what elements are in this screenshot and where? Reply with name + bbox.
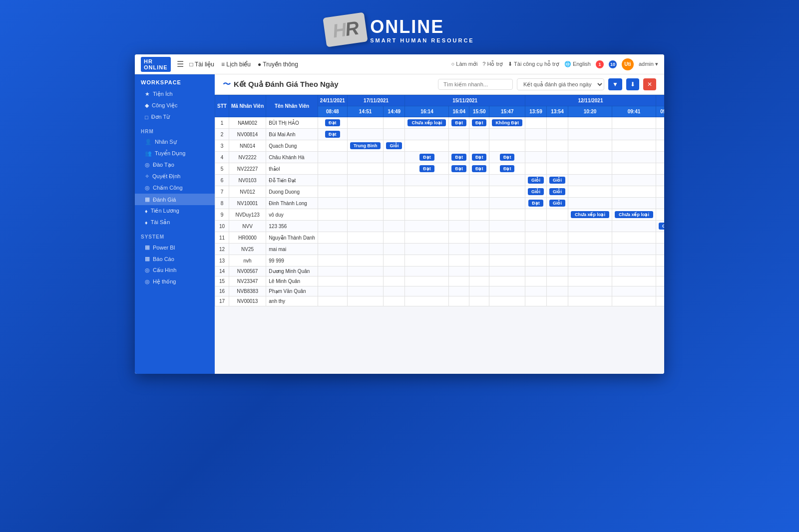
cell-value <box>568 276 612 286</box>
cell-value <box>546 286 568 296</box>
nhansu-icon: 👤 <box>145 139 152 145</box>
cell-value <box>405 286 449 296</box>
cell-value: Chưa xếp loại <box>568 209 612 221</box>
cell-value <box>568 198 612 209</box>
download-button[interactable]: ⬇ <box>626 78 639 90</box>
cell-value <box>568 163 612 175</box>
sidebar-item-donthu[interactable]: □ Đơn Từ <box>135 111 215 123</box>
table-row: 16NVB8383Phạm Văn Quân <box>215 286 665 296</box>
sidebar-item-powerbi[interactable]: ▦ Power BI <box>135 242 215 253</box>
daotao-icon: ◎ <box>145 162 150 168</box>
cell-ma: HR0000 <box>229 232 266 244</box>
table-row: 17NV00013anh thy <box>215 296 665 306</box>
cell-value <box>469 198 489 209</box>
nav-english[interactable]: 🌐 English <box>564 61 591 67</box>
sidebar-item-chamcong[interactable]: ◎ Chấm Công <box>135 182 215 194</box>
cell-value <box>546 221 568 232</box>
cell-value: Giỏi <box>546 186 568 198</box>
cell-stt: 5 <box>215 163 229 175</box>
sidebar-item-tienich[interactable]: ★ Tiện Ích <box>135 88 215 100</box>
status-badge: Đạt <box>451 154 466 161</box>
cell-value <box>489 232 525 244</box>
cell-value: Giỏi <box>546 175 568 186</box>
sidebar-item-label: Chấm Công <box>153 185 183 191</box>
cell-value: Giỏi <box>546 198 568 209</box>
top-nav-right: ○ Làm mới ? Hỗ trợ ⬇ Tài công cụ hỗ trợ … <box>451 58 658 70</box>
cell-value <box>656 232 664 244</box>
main-content: WORKSPACE ★ Tiện Ích ◆ Công Việc □ Đơn T… <box>135 74 664 374</box>
cell-stt: 2 <box>215 129 229 140</box>
sidebar-item-taisan[interactable]: ♦ Tài Sản <box>135 217 215 228</box>
cell-value <box>546 255 568 266</box>
sidebar-item-baocao[interactable]: ▦ Báo Cáo <box>135 253 215 265</box>
th-time-1451: 14:51 <box>347 106 384 117</box>
avatar[interactable]: Uti <box>622 58 634 70</box>
th-tennv: Tên Nhân Viên <box>266 95 318 117</box>
close-button[interactable]: ✕ <box>643 78 656 90</box>
cell-value <box>347 163 384 175</box>
nav-hotro[interactable]: ? Hỗ trợ <box>482 61 503 67</box>
cell-value <box>347 286 384 296</box>
sidebar-workspace-label: WORKSPACE <box>135 74 215 88</box>
sidebar-item-congviec[interactable]: ◆ Công Việc <box>135 100 215 111</box>
sidebar-item-tuyendung[interactable]: 👥 Tuyển Dụng <box>135 148 215 159</box>
cell-value <box>656 255 664 266</box>
cell-value: Đạt <box>489 163 525 175</box>
sidebar-item-quyetdinh[interactable]: ✧ Quyết Định <box>135 171 215 182</box>
sidebar-item-nhansu[interactable]: 👤 Nhân Sự <box>135 136 215 148</box>
hamburger-icon[interactable]: ☰ <box>177 59 184 69</box>
cell-value <box>489 286 525 296</box>
sidebar-item-label: Cấu Hình <box>153 267 176 273</box>
cell-value <box>489 140 525 152</box>
cell-value: Đạt <box>449 117 469 129</box>
content-panel: 〜 Kết Quả Đánh Giá Theo Ngày Kết quả đán… <box>215 74 664 374</box>
cell-ma: NAM002 <box>229 117 266 129</box>
cell-stt: 11 <box>215 232 229 244</box>
cell-value <box>405 255 449 266</box>
cell-value <box>489 209 525 221</box>
filter-select[interactable]: Kết quả đánh giá theo ngày <box>517 78 604 90</box>
cell-ten: Đỗ Tiến Đạt <box>266 175 318 186</box>
logo-hr: HR <box>323 12 368 47</box>
sidebar-item-tienluong[interactable]: ♦ Tiền Lương <box>135 205 215 217</box>
cell-value <box>489 175 525 186</box>
cell-value <box>405 129 449 140</box>
cell-value <box>489 296 525 306</box>
sidebar-item-danhgia[interactable]: ▦ Đánh Giá <box>135 194 215 205</box>
cell-ten: Nguyễn Thành Danh <box>266 232 318 244</box>
cell-value: Chưa xếp loại <box>612 209 656 221</box>
cell-value <box>656 276 664 286</box>
quyetdinh-icon: ✧ <box>145 173 149 180</box>
notification-badge[interactable]: 1 <box>596 60 604 68</box>
sidebar-item-daotao[interactable]: ◎ Đào Tạo <box>135 159 215 171</box>
cell-value <box>568 221 612 232</box>
cell-value <box>489 266 525 276</box>
message-badge[interactable]: 10 <box>609 60 617 68</box>
sidebar-item-cauhinh[interactable]: ◎ Cấu Hình <box>135 265 215 276</box>
nav-tailieau[interactable]: □ Tài liệu <box>190 61 214 68</box>
cell-value <box>384 296 405 306</box>
table-row: 12NV25mai maiĐạt <box>215 244 665 255</box>
filter-button[interactable]: ▼ <box>608 78 622 90</box>
cell-ma: NV25 <box>229 244 266 255</box>
nav-taicongcu[interactable]: ⬇ Tài công cụ hỗ trợ <box>508 61 559 67</box>
cell-value <box>405 232 449 244</box>
cell-value: Giỏi <box>525 186 546 198</box>
cell-ma: NV00814 <box>229 129 266 140</box>
cell-value <box>525 244 546 255</box>
nav-lammoi[interactable]: ○ Làm mới <box>451 61 478 67</box>
search-input[interactable] <box>438 79 513 90</box>
cell-value <box>384 255 405 266</box>
cell-ma: NV22227 <box>229 163 266 175</box>
th-time-1547: 15:47 <box>489 106 525 117</box>
sidebar-item-hethong[interactable]: ◎ Hệ thống <box>135 276 215 287</box>
cell-value <box>568 140 612 152</box>
cell-value <box>469 244 489 255</box>
cell-ma: NVB8383 <box>229 286 266 296</box>
status-badge: Đạt <box>528 200 543 207</box>
cell-value <box>318 276 347 286</box>
tienluong-icon: ♦ <box>145 208 148 214</box>
admin-menu[interactable]: admin ▾ <box>639 61 658 67</box>
nav-lichbieu[interactable]: ≡ Lịch biểu <box>221 61 251 68</box>
nav-truyenthong[interactable]: ● Truyền thông <box>258 61 298 68</box>
